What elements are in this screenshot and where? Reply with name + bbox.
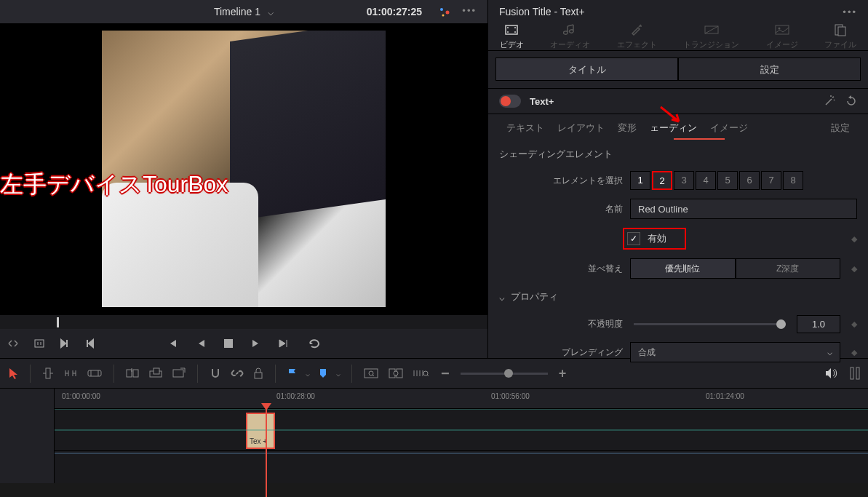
- element-8-button[interactable]: 8: [783, 171, 803, 190]
- svg-rect-24: [365, 369, 378, 378]
- audio-clip[interactable]: [55, 409, 868, 431]
- marker-icon[interactable]: [319, 367, 327, 379]
- timeline-ruler[interactable]: 01:00:00:00 01:00:28:00 01:00:56:00 01:0…: [55, 389, 868, 409]
- svg-rect-19: [133, 370, 138, 377]
- timeline-name-label: Timeline 1: [214, 6, 260, 17]
- ruler-tick: 01:00:00:00: [62, 392, 100, 400]
- prev-frame-button[interactable]: [197, 338, 206, 349]
- trim-tool-icon[interactable]: [63, 367, 78, 380]
- expand-icon[interactable]: [7, 338, 19, 349]
- volume-icon[interactable]: [824, 367, 838, 380]
- tab-effect[interactable]: エフェクト: [617, 23, 657, 50]
- next-frame-button[interactable]: [278, 338, 290, 349]
- options-icon[interactable]: •••: [843, 7, 857, 17]
- zoom-in-icon[interactable]: +: [559, 366, 567, 381]
- next-clip-button[interactable]: [60, 338, 70, 349]
- keyframe-icon[interactable]: ◆: [851, 348, 857, 357]
- svg-rect-16: [46, 368, 50, 378]
- scrub-marker: [57, 317, 59, 327]
- track-headers[interactable]: [0, 389, 55, 483]
- zoom-slider[interactable]: [461, 373, 548, 375]
- prev-clip-button[interactable]: [84, 338, 95, 349]
- subtab-text[interactable]: テキスト: [506, 122, 544, 135]
- element-6-button[interactable]: 6: [739, 171, 760, 190]
- chevron-down-icon[interactable]: ⌵: [336, 370, 341, 378]
- replace-icon[interactable]: [172, 367, 186, 380]
- zoom-full-icon[interactable]: [363, 367, 379, 379]
- timeline-name[interactable]: Timeline 1 ⌵: [214, 6, 274, 17]
- sort-zdepth-button[interactable]: Z深度: [736, 258, 841, 279]
- element-2-button[interactable]: 2: [652, 171, 672, 190]
- element-1-button[interactable]: 1: [630, 171, 650, 190]
- subtab-settings[interactable]: 設定: [831, 122, 850, 135]
- keyframe-icon[interactable]: ◆: [851, 264, 857, 274]
- zoom-detail-icon[interactable]: [388, 367, 404, 379]
- viewer[interactable]: 左手デバイスTourBox: [0, 23, 487, 314]
- svg-point-8: [514, 27, 516, 28]
- overwrite-icon[interactable]: [148, 367, 163, 380]
- settings-tab-button[interactable]: 設定: [678, 57, 861, 81]
- tab-video[interactable]: ビデオ: [500, 23, 524, 50]
- opacity-label: 不透明度: [499, 318, 623, 330]
- stop-button[interactable]: [224, 338, 233, 349]
- timecode[interactable]: 01:00:27:25: [367, 6, 422, 17]
- opacity-slider[interactable]: [634, 323, 786, 325]
- sparkle-icon[interactable]: [438, 6, 451, 19]
- dynamic-trim-icon[interactable]: [87, 367, 103, 379]
- timeline-options-icon[interactable]: [849, 366, 861, 381]
- selection-tool[interactable]: [7, 367, 19, 380]
- tab-transition[interactable]: トランジション: [683, 23, 739, 50]
- tab-audio[interactable]: オーディオ: [550, 23, 590, 50]
- name-label: 名前: [499, 203, 623, 215]
- lock-icon[interactable]: [252, 367, 264, 380]
- blending-label: ブレンディング: [499, 346, 623, 359]
- blade-tool-icon[interactable]: [41, 367, 55, 380]
- chevron-down-icon: ⌵: [499, 292, 505, 303]
- playhead[interactable]: [266, 403, 267, 497]
- zoom-custom-icon[interactable]: [413, 367, 430, 379]
- first-frame-button[interactable]: [167, 338, 179, 349]
- wand-icon[interactable]: [824, 95, 837, 107]
- zoom-slider-thumb[interactable]: [504, 369, 513, 378]
- text-enable-toggle[interactable]: [499, 95, 521, 108]
- flag-icon[interactable]: [287, 367, 297, 379]
- element-7-button[interactable]: 7: [761, 171, 781, 190]
- subtab-underline: [674, 138, 725, 140]
- chevron-down-icon[interactable]: ⌵: [306, 370, 310, 378]
- subtab-layout[interactable]: レイアウト: [557, 122, 605, 135]
- subtab-image[interactable]: イメージ: [710, 122, 748, 135]
- element-4-button[interactable]: 4: [696, 171, 716, 190]
- play-button[interactable]: [251, 338, 260, 349]
- keyframe-icon[interactable]: ◆: [851, 319, 857, 329]
- options-icon[interactable]: •••: [462, 5, 477, 16]
- sort-priority-button[interactable]: 優先順位: [630, 258, 736, 279]
- insert-icon[interactable]: [125, 367, 140, 380]
- blending-dropdown[interactable]: 合成 ⌵: [630, 342, 840, 362]
- properties-collapse[interactable]: ⌵ プロパティ: [488, 283, 868, 311]
- slider-thumb[interactable]: [776, 319, 786, 329]
- chevron-down-icon[interactable]: ⌵: [268, 6, 274, 17]
- keyframe-icon[interactable]: ◆: [851, 234, 857, 244]
- audio-track-1[interactable]: [55, 451, 868, 473]
- opacity-input[interactable]: [797, 315, 840, 333]
- tab-file[interactable]: ファイル: [824, 23, 856, 50]
- ruler-tick: 01:00:28:00: [276, 392, 315, 400]
- title-tab-button[interactable]: タイトル: [495, 57, 678, 81]
- snap-icon[interactable]: [209, 367, 222, 380]
- svg-rect-23: [255, 373, 262, 378]
- zoom-out-icon[interactable]: −: [441, 365, 450, 382]
- inspector-title: Fusion Title - Text+: [499, 6, 585, 17]
- viewer-scrubber[interactable]: [0, 314, 487, 329]
- enabled-checkbox[interactable]: ✓: [627, 232, 640, 245]
- loop-button[interactable]: [308, 338, 321, 349]
- name-input[interactable]: [630, 199, 857, 219]
- match-frame-button[interactable]: [33, 338, 45, 349]
- link-icon[interactable]: [231, 367, 244, 380]
- element-5-button[interactable]: 5: [717, 171, 738, 190]
- svg-rect-31: [856, 367, 859, 379]
- tab-image[interactable]: イメージ: [766, 23, 798, 50]
- subtab-transform[interactable]: 変形: [618, 122, 637, 135]
- title-text-overlay: 左手デバイスTourBox: [0, 169, 228, 201]
- element-3-button[interactable]: 3: [674, 171, 694, 190]
- reset-icon[interactable]: [845, 95, 857, 107]
